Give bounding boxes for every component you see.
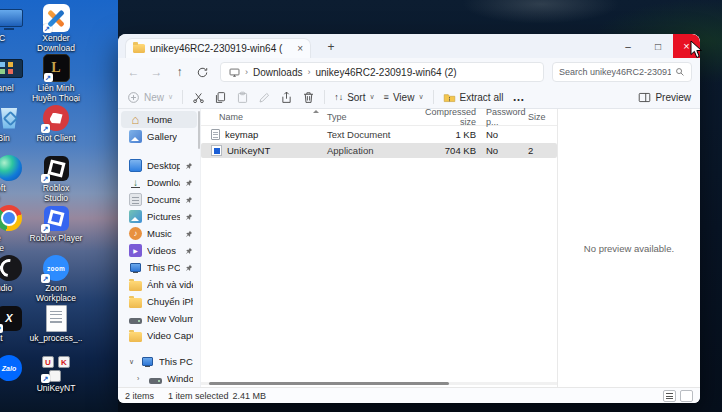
folder-icon	[133, 44, 145, 53]
sidebar-item-gallery[interactable]: Gallery	[121, 128, 197, 145]
desktop-icon-uk-process-file[interactable]: uk_process_..	[26, 304, 86, 354]
this-pc-icon	[141, 355, 154, 368]
sidebar-item-home[interactable]: Home	[121, 111, 197, 128]
sidebar-item-label: Desktop	[147, 160, 180, 171]
delete-icon	[302, 91, 315, 104]
breadcrumb-current-folder[interactable]: unikey46RC2-230919-win64 (2)	[315, 67, 456, 78]
sidebar-item-windows-c[interactable]: › Windows (C:)	[121, 370, 197, 387]
file-row-unikeynt[interactable]: UniKeyNT Application 704 KB No 2	[201, 143, 557, 158]
column-header-password[interactable]: Password p...	[476, 107, 522, 127]
titlebar[interactable]: unikey46RC2-230919-win64 ( × + – □ ×	[118, 34, 700, 58]
file-compressed-size-cell: 1 KB	[412, 129, 476, 140]
column-headers: Name Type Compressed size Password p... …	[201, 109, 557, 126]
more-options-button[interactable]: …	[512, 90, 524, 104]
sidebar-item-documents[interactable]: Documents	[121, 191, 197, 208]
search-placeholder: Search unikey46RC2-230919-win	[559, 67, 671, 77]
mouse-cursor	[690, 40, 703, 59]
zip-folder-icon	[443, 91, 456, 104]
shortcut-arrow-icon	[41, 274, 50, 283]
sidebar-item-this-pc-tree[interactable]: ∨ This PC	[121, 353, 197, 370]
sidebar-item-label: New Volume (D:	[147, 313, 193, 324]
forward-button[interactable]: →	[147, 63, 166, 82]
preview-toggle-button[interactable]: Preview	[638, 91, 691, 104]
tab-close-icon[interactable]: ×	[297, 44, 303, 54]
column-header-size[interactable]: Size	[522, 112, 557, 122]
sidebar-item-anh-va-video[interactable]: Ánh và video	[121, 276, 197, 293]
desktop-icon-label: uk_process_..	[30, 334, 83, 344]
pictures-icon	[129, 210, 142, 223]
explorer-tab[interactable]: unikey46RC2-230919-win64 ( ×	[125, 38, 311, 58]
desktop-icon-xender[interactable]: Xender Download	[26, 4, 86, 54]
desktop-icon-roblox-player[interactable]: Roblox Player	[26, 204, 86, 254]
sort-ascending-icon	[313, 110, 319, 113]
refresh-button[interactable]	[193, 63, 212, 82]
share-button[interactable]	[280, 91, 293, 104]
sidebar-section-gap	[118, 145, 200, 157]
sidebar-item-downloads[interactable]: Downloads	[121, 174, 197, 191]
back-button[interactable]: ←	[124, 63, 143, 82]
sidebar-item-label: Home	[147, 114, 172, 125]
xender-icon	[43, 4, 70, 32]
sidebar-item-this-pc-pinned[interactable]: This PC	[121, 259, 197, 276]
file-type-cell: Text Document	[327, 129, 412, 140]
view-button[interactable]: ≡ View ∨	[384, 92, 424, 103]
breadcrumb-separator: ›	[245, 67, 248, 77]
minimize-button[interactable]: –	[613, 34, 643, 58]
paste-button[interactable]	[236, 91, 249, 104]
column-header-type[interactable]: Type	[327, 112, 412, 122]
breadcrumb-downloads[interactable]: Downloads	[253, 67, 302, 78]
shortcut-arrow-icon	[0, 324, 3, 333]
sidebar-item-pictures[interactable]: Pictures	[121, 208, 197, 225]
new-tab-button[interactable]: +	[322, 38, 340, 56]
unikey-key-k: K	[58, 356, 70, 368]
file-size-cell: 2	[522, 145, 557, 156]
up-button[interactable]: ↑	[170, 63, 189, 82]
column-header-compressed-size[interactable]: Compressed size	[412, 107, 476, 127]
sidebar-item-chuyen-iphone[interactable]: Chuyển iPhone	[121, 293, 197, 310]
sidebar-item-music[interactable]: Music	[121, 225, 197, 242]
copy-button[interactable]	[214, 91, 227, 104]
delete-button[interactable]	[302, 91, 315, 104]
search-input[interactable]: Search unikey46RC2-230919-win	[552, 62, 692, 82]
desktop-icon-zoom[interactable]: zoom Zoom Workplace	[26, 254, 86, 304]
desktop-icon-unikeynt[interactable]: U K UniKeyNT	[26, 354, 86, 404]
large-icons-view-button[interactable]	[680, 390, 693, 402]
sidebar-item-video-capcut[interactable]: Video CapCut	[121, 327, 197, 344]
rename-button[interactable]	[258, 91, 271, 104]
breadcrumb[interactable]: › Downloads › unikey46RC2-230919-win64 (…	[220, 62, 544, 82]
toolbar-divider	[324, 90, 325, 104]
sidebar-item-desktop[interactable]: Desktop	[121, 157, 197, 174]
desktop-icon-label: his PC	[0, 34, 5, 44]
cut-button[interactable]	[192, 91, 205, 104]
sort-button[interactable]: ↑↓ Sort ∨	[334, 92, 374, 103]
desktop-icon-league-of-legends[interactable]: L Liên Minh Huyền Thoại	[26, 54, 86, 104]
extract-all-button[interactable]: Extract all	[443, 91, 504, 104]
sort-button-label: Sort	[347, 92, 365, 103]
horizontal-scrollbar[interactable]	[201, 382, 557, 385]
text-file-icon	[41, 304, 71, 332]
file-row-keymap[interactable]: keymap Text Document 1 KB No	[201, 127, 557, 142]
chevron-expanded-icon[interactable]: ∨	[129, 358, 136, 366]
application-icon	[211, 145, 222, 156]
file-name-cell: UniKeyNT	[209, 145, 327, 156]
new-button[interactable]: New ∨	[127, 91, 173, 104]
details-view-button[interactable]	[663, 390, 676, 402]
file-password-cell: No	[476, 145, 522, 156]
sidebar-item-label: Chuyển iPhone	[147, 296, 193, 307]
chrome-icon	[0, 204, 24, 232]
horizontal-scrollbar-thumb[interactable]	[209, 382, 449, 385]
desktop-icon-roblox-studio[interactable]: Roblox Studio	[26, 154, 86, 204]
sidebar-item-videos[interactable]: Videos	[121, 242, 197, 259]
column-header-name[interactable]: Name	[209, 112, 327, 122]
desktop-icon-label: Roblox Studio	[43, 184, 69, 204]
chevron-down-icon: ∨	[418, 93, 423, 101]
text-document-icon	[211, 129, 220, 140]
address-bar: ← → ↑ › Downloads › unikey46RC2-230919-w…	[118, 58, 700, 86]
view-toggles	[663, 390, 693, 402]
paste-icon	[236, 91, 249, 104]
chevron-collapsed-icon[interactable]: ›	[137, 375, 144, 382]
sidebar-item-new-volume-d[interactable]: New Volume (D:	[121, 310, 197, 327]
desktop-icon-riot-client[interactable]: Riot Client	[26, 104, 86, 154]
preview-message: No preview available.	[584, 243, 674, 254]
maximize-button[interactable]: □	[643, 34, 673, 58]
